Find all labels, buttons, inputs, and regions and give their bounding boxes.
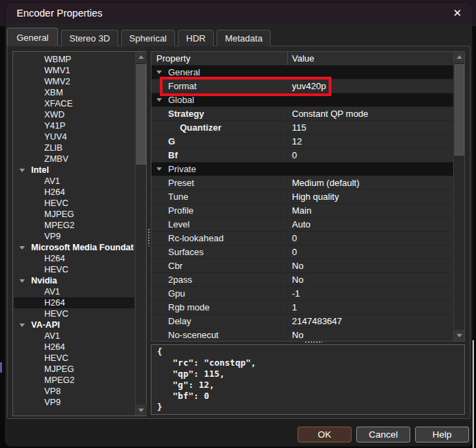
table-row[interactable]: Rc-lookahead0 [152,232,453,245]
table-scrollbar-thumb[interactable] [455,64,464,156]
tree-item[interactable]: VP9 [14,397,134,408]
tree-item[interactable]: XWD [14,109,134,120]
table-row[interactable]: Gpu-1 [152,287,453,301]
table-row[interactable]: LevelAuto [152,218,453,232]
tree-item[interactable]: ZLIB [14,142,134,153]
ok-button[interactable]: OK [298,427,351,442]
property-value: -1 [288,287,453,300]
table-row[interactable]: PresetMedium (default) [152,176,453,190]
tree-item[interactable]: WMV1 [14,65,134,76]
table-row[interactable]: G12 [152,135,453,149]
column-header-value[interactable]: Value [288,52,453,65]
scroll-up-icon[interactable] [454,52,465,63]
triangle-down-icon [457,334,462,337]
tree-item-label: AV1 [44,176,60,186]
tree-item-label: YUV4 [44,132,67,142]
tree-item[interactable]: Intel [14,165,134,176]
table-row[interactable]: 2passNo [152,273,453,287]
tree-item-label: XFACE [44,99,73,109]
cancel-button[interactable]: Cancel [356,427,410,442]
property-value: 1 [288,301,453,314]
close-icon[interactable]: ✕ [448,5,466,21]
tree-item[interactable]: VP9 [14,231,134,242]
collapse-arrow-icon [156,167,162,171]
tree-item[interactable]: ZMBV [14,153,134,165]
table-header[interactable]: Property Value [152,52,453,66]
table-row[interactable]: StrategyConstant QP mode [152,107,453,121]
table-row[interactable]: Private [152,162,453,176]
tree-item[interactable]: HEVC [14,308,134,319]
collapse-arrow-icon [19,169,25,172]
property-value: yuv420p [288,80,453,93]
help-button[interactable]: Help [415,427,469,442]
tree-item[interactable]: H264 [14,253,134,264]
tree-item[interactable]: H264 [14,297,134,308]
scroll-down-icon[interactable] [454,330,465,341]
triangle-up-icon [457,55,462,59]
table-row[interactable]: Formatyuv420p [152,80,453,93]
tree-item[interactable]: AV1 [14,286,134,297]
column-header-property[interactable]: Property [152,52,288,65]
tree-item-label: H264 [44,342,65,352]
tab-metadata[interactable]: Metadata [217,30,271,46]
property-name: Surfaces [152,245,288,259]
property-value: 115 [288,121,453,134]
scroll-down-icon[interactable] [136,404,147,416]
tree-item[interactable]: H264 [14,187,134,198]
properties-table: Property Value GeneralFormatyuv420pGloba… [151,51,465,342]
table-row[interactable]: Quantizer115 [152,121,453,135]
property-value [288,66,453,79]
tree-item[interactable]: AV1 [14,330,134,342]
property-name: Level [152,218,288,231]
tree-item[interactable]: Y41P [14,120,134,131]
tree-item[interactable]: XBM [14,87,134,98]
table-row[interactable]: ProfileMain [152,204,453,218]
tree-item[interactable]: AV1 [14,176,134,187]
tree-item[interactable]: VP8 [14,386,134,397]
tree-item[interactable]: MPEG2 [14,375,134,386]
tree-scrollbar-thumb[interactable] [136,64,146,165]
tree-item[interactable]: XFACE [14,98,134,109]
window-title: Encoder Properties [17,8,102,19]
titlebar[interactable]: Encoder Properties ✕ [6,3,472,24]
options-json-view[interactable]: { "rc": "constqp", "qp": 115, "g": 12, "… [151,344,465,415]
table-row[interactable]: Rgb mode1 [152,301,453,315]
table-row[interactable]: TuneHigh quality [152,190,453,204]
table-row[interactable]: Surfaces0 [152,245,453,259]
tab-hdr[interactable]: HDR [178,30,214,46]
tab-stereo-3d[interactable]: Stereo 3D [61,30,118,46]
tree-scrollbar[interactable] [135,52,146,416]
tree-item[interactable]: HEVC [14,353,134,364]
tree-item-label: VA-API [31,320,60,330]
tree-item[interactable]: MJPEG [14,364,134,375]
table-row[interactable]: General [152,66,453,80]
tree-item[interactable]: VA-API [14,319,134,330]
property-name: General [152,66,288,79]
table-row[interactable]: Bf0 [152,149,453,162]
table-row[interactable]: CbrNo [152,259,453,273]
table-scrollbar[interactable] [453,52,464,341]
tree-item[interactable]: HEVC [14,264,134,275]
tree-item[interactable]: MJPEG [14,209,134,220]
horizontal-splitter-handle[interactable] [304,341,322,344]
tree-item-label: AV1 [44,331,60,341]
table-row[interactable]: Global [152,93,453,107]
tree-item[interactable]: Microsoft Media Foundati... [14,242,134,253]
vertical-splitter-handle[interactable] [147,228,150,246]
scroll-up-icon[interactable] [136,52,147,63]
tree-item[interactable]: Nvidia [14,275,134,286]
collapse-arrow-icon [19,279,25,283]
tree-item[interactable]: H264 [14,342,134,353]
table-row[interactable]: No-scenecutNo [152,328,453,342]
tree-item[interactable]: HEVC [14,198,134,209]
tree-item[interactable]: YUV4 [14,131,134,142]
tree-item[interactable]: MPEG2 [14,220,134,231]
encoder-tree-rows: WBMPWMV1WMV2XBMXFACEXWDY41PYUV4ZLIBZMBVI… [14,54,134,415]
property-value [288,93,453,106]
tab-spherical[interactable]: Spherical [121,30,175,46]
tree-item[interactable]: WMV2 [14,76,134,87]
table-row[interactable]: Delay2147483647 [152,315,453,328]
background-app-sliver [0,362,2,373]
tree-item[interactable]: WBMP [14,54,134,65]
tab-general[interactable]: General [7,28,58,46]
